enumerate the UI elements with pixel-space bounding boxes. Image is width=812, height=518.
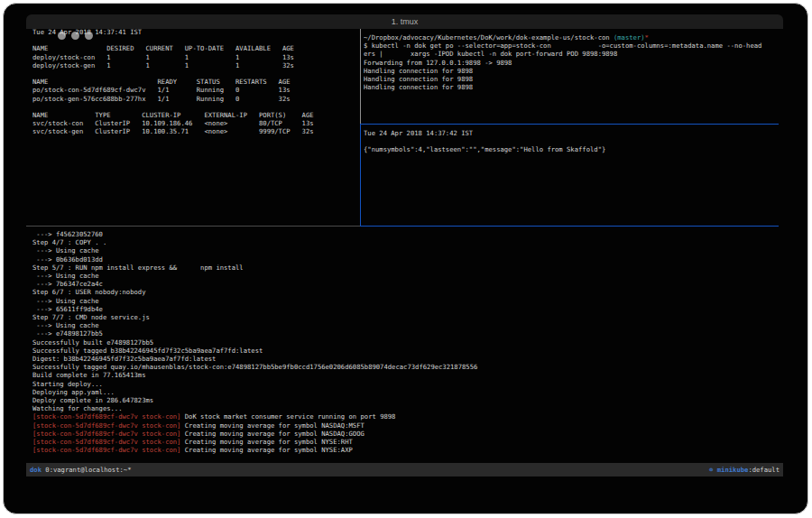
pane-service-response-active[interactable]: Tue 24 Apr 2018 14:37:42 IST {"numsymbol… xyxy=(364,129,605,154)
pane-kubectl-resources[interactable]: Tue 24 Apr 2018 14:37:41 IST NAME DESIRE… xyxy=(32,28,314,136)
screenshot-canvas: 1. tmux Tue 24 Apr 2018 14:37:41 IST NAM… xyxy=(0,0,812,518)
pane-divider-horizontal-active-bottom xyxy=(361,226,779,227)
pane-divider-vertical-inactive xyxy=(360,29,361,124)
tmux-status-bar: dok 0:vagrant@localhost:~* ☸ minikube:de… xyxy=(26,463,783,476)
pane-divider-horizontal-inactive xyxy=(26,226,360,227)
pane-divider-vertical-active xyxy=(360,124,361,227)
status-session-and-window[interactable]: dok 0:vagrant@localhost:~* xyxy=(30,463,132,476)
pane-port-forward-shell[interactable]: ~/Dropbox/advocacy/Kubernetes/DoK/work/d… xyxy=(364,33,761,91)
kube-context-indicator: ☸ minikube:default xyxy=(709,463,780,476)
window-title: 1. tmux xyxy=(26,14,783,29)
pane-skaffold-build-log[interactable]: ---> f45623052760 Step 4/7 : COPY . . --… xyxy=(32,230,477,454)
pane-divider-horizontal-active-top xyxy=(361,124,779,125)
